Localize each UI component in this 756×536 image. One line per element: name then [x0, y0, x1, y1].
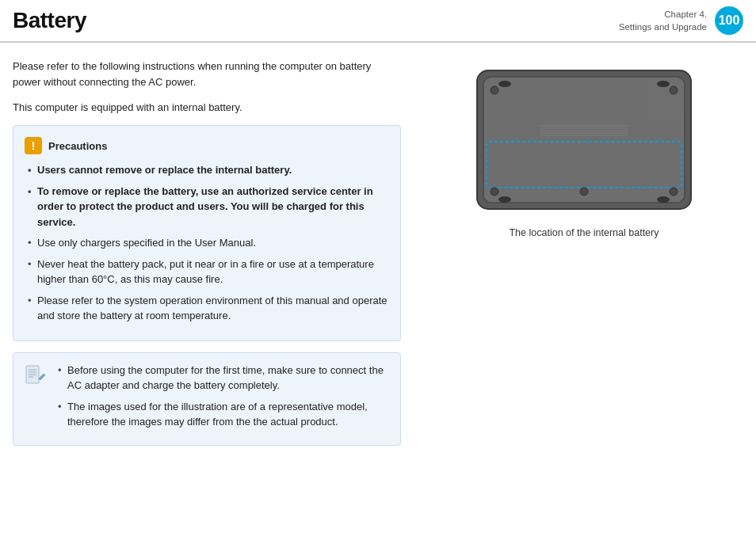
precautions-list-item: Please refer to the system operation env…: [25, 293, 388, 324]
precautions-title: Precautions: [48, 140, 107, 152]
page-title: Battery: [13, 8, 86, 33]
svg-point-33: [498, 81, 511, 87]
svg-point-25: [580, 188, 588, 196]
main-content: Please refer to the following instructio…: [0, 43, 756, 458]
note-list-item: Before using the computer for the first …: [55, 363, 388, 393]
laptop-caption: The location of the internal battery: [509, 227, 659, 238]
precautions-list-item: Use only chargers specified in the User …: [25, 235, 388, 251]
precautions-list-item: Users cannot remove or replace the inter…: [25, 162, 388, 178]
page-header: Battery Chapter 4. Settings and Upgrade …: [0, 0, 756, 43]
left-column: Please refer to the following instructio…: [13, 59, 401, 446]
laptop-bottom-image: [469, 67, 699, 221]
precautions-list-item: To remove or replace the battery, use an…: [25, 184, 388, 230]
note-list-item: The images used for the illustration are…: [55, 399, 388, 430]
note-icon: [23, 364, 47, 388]
note-list: Before using the computer for the first …: [55, 363, 388, 435]
svg-point-34: [657, 81, 670, 87]
precautions-header: ! Precautions: [25, 137, 388, 154]
svg-rect-8: [483, 77, 685, 203]
chapter-text: Chapter 4. Settings and Upgrade: [619, 8, 707, 33]
svg-point-22: [670, 86, 678, 94]
svg-point-24: [670, 188, 678, 196]
intro-paragraph-1: Please refer to the following instructio…: [13, 59, 401, 90]
warning-icon: !: [25, 137, 42, 154]
svg-point-21: [491, 86, 498, 94]
chapter-info: Chapter 4. Settings and Upgrade 100: [619, 6, 743, 35]
svg-point-31: [498, 196, 511, 203]
svg-point-32: [657, 196, 670, 203]
intro-paragraph-2: This computer is equipped with an intern…: [13, 100, 401, 116]
svg-point-23: [491, 188, 498, 196]
right-column: The location of the internal battery: [425, 59, 743, 446]
note-box: Before using the computer for the first …: [13, 352, 401, 446]
precautions-box: ! Precautions Users cannot remove or rep…: [13, 125, 401, 341]
precautions-list-item: Never heat the battery pack, put it near…: [25, 257, 388, 287]
laptop-image-container: The location of the internal battery: [469, 67, 699, 238]
precautions-list: Users cannot remove or replace the inter…: [25, 162, 388, 324]
page-number: 100: [715, 6, 743, 35]
